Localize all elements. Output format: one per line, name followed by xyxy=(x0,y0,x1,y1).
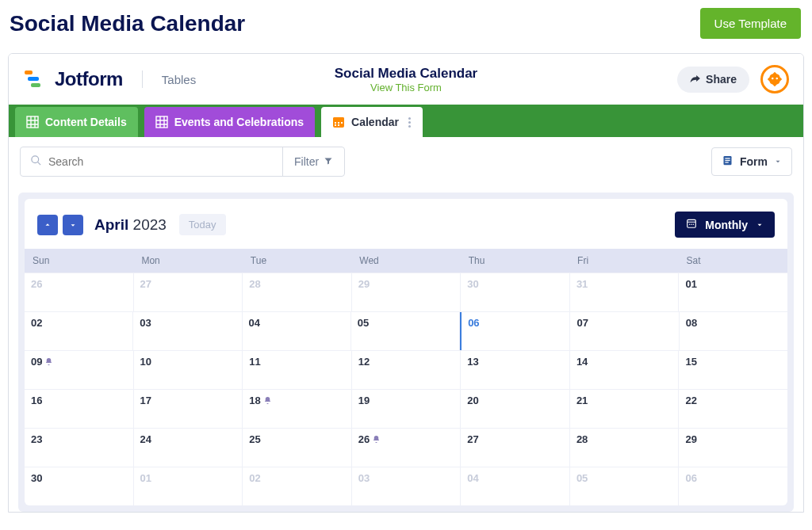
calendar-header: April 2023 Today Monthly xyxy=(25,199,787,249)
toolbar: Filter Form xyxy=(9,137,803,186)
calendar-day-cell[interactable]: 04 xyxy=(243,312,351,350)
calendar-day-cell[interactable]: 16 xyxy=(25,390,134,428)
svg-rect-16 xyxy=(333,117,344,120)
calendar-day-cell[interactable]: 19 xyxy=(352,390,462,428)
calendar-day-cell[interactable]: 23 xyxy=(25,429,134,467)
calendar-day-cell[interactable]: 11 xyxy=(243,351,352,389)
calendar-day-cell[interactable]: 29 xyxy=(352,273,462,311)
calendar-day-cell[interactable]: 14 xyxy=(570,351,680,389)
calendar-day-cell[interactable]: 21 xyxy=(570,390,680,428)
svg-rect-25 xyxy=(725,158,730,158)
day-number: 03 xyxy=(358,472,370,484)
calendar-day-cell[interactable]: 02 xyxy=(25,312,133,350)
calendar-day-cell[interactable]: 30 xyxy=(461,273,570,311)
day-header: Tue xyxy=(243,249,351,273)
calendar-week-row: 30010203040506 xyxy=(25,467,787,505)
calendar-week-row: 26272829303101 xyxy=(25,273,787,311)
form-title: Social Media Calendar xyxy=(335,66,477,82)
calendar-day-cell[interactable]: 13 xyxy=(461,351,570,389)
chevron-down-icon xyxy=(756,219,764,231)
day-number: 31 xyxy=(576,278,588,290)
bell-icon xyxy=(372,433,381,445)
tab-content-details[interactable]: Content Details xyxy=(15,107,138,137)
calendar-day-cell[interactable]: 06 xyxy=(460,312,570,350)
day-number: 29 xyxy=(685,433,696,445)
calendar-day-cell[interactable]: 27 xyxy=(461,429,570,467)
calendar-day-cell[interactable]: 04 xyxy=(461,467,570,505)
day-number: 26 xyxy=(31,278,42,290)
tab-label: Events and Celebrations xyxy=(174,116,304,128)
prev-month-button[interactable] xyxy=(37,215,58,235)
tab-calendar[interactable]: Calendar xyxy=(321,107,423,137)
calendar-day-cell[interactable]: 03 xyxy=(133,312,242,350)
calendar-day-cell[interactable]: 09 xyxy=(25,351,134,389)
tab-label: Calendar xyxy=(351,116,399,128)
calendar-day-cell[interactable]: 07 xyxy=(570,312,679,350)
calendar-day-cell[interactable]: 20 xyxy=(461,390,570,428)
tabs-row: Content Details Events and Celebrations … xyxy=(9,105,803,137)
day-number: 21 xyxy=(576,395,588,406)
calendar-day-cell[interactable]: 31 xyxy=(570,273,680,311)
day-number: 04 xyxy=(249,317,260,329)
day-header: Thu xyxy=(461,249,569,273)
calendar-day-cell[interactable]: 06 xyxy=(679,467,787,505)
calendar-day-cell[interactable]: 24 xyxy=(134,429,243,467)
calendar-day-cell[interactable]: 26 xyxy=(352,429,462,467)
calendar-week-row: 16171819202122 xyxy=(25,389,787,428)
calendar-view-icon xyxy=(686,218,697,231)
calendar-day-cell[interactable]: 03 xyxy=(352,467,462,505)
svg-rect-28 xyxy=(688,219,696,227)
avatar[interactable] xyxy=(760,65,789,93)
calendar-day-cell[interactable]: 05 xyxy=(570,467,680,505)
avatar-icon xyxy=(766,71,783,88)
day-number: 07 xyxy=(576,317,588,329)
day-number: 17 xyxy=(140,395,151,406)
form-icon xyxy=(722,154,733,169)
calendar-day-cell[interactable]: 12 xyxy=(352,351,462,389)
calendar-day-cell[interactable]: 01 xyxy=(679,273,787,311)
view-form-link[interactable]: View This Form xyxy=(335,82,477,93)
day-number: 30 xyxy=(31,472,42,484)
day-number: 27 xyxy=(140,278,151,290)
svg-rect-21 xyxy=(338,124,339,126)
day-number: 23 xyxy=(31,433,42,445)
calendar-day-cell[interactable]: 29 xyxy=(679,429,787,467)
share-button[interactable]: Share xyxy=(677,67,749,93)
day-number: 27 xyxy=(467,433,478,445)
calendar-day-cell[interactable]: 02 xyxy=(243,467,352,505)
form-dropdown[interactable]: Form xyxy=(711,147,792,176)
svg-point-3 xyxy=(772,78,774,80)
calendar-day-cell[interactable]: 28 xyxy=(570,429,680,467)
calendar-day-cell[interactable]: 17 xyxy=(134,390,243,428)
calendar-day-cell[interactable]: 15 xyxy=(679,351,787,389)
calendar-day-cell[interactable]: 26 xyxy=(25,273,134,311)
filter-button[interactable]: Filter xyxy=(282,147,344,176)
next-month-button[interactable] xyxy=(63,215,83,235)
day-number: 11 xyxy=(249,356,260,368)
calendar-day-cell[interactable]: 08 xyxy=(680,312,787,350)
day-number: 18 xyxy=(249,395,260,406)
day-number: 12 xyxy=(358,356,370,368)
calendar-day-cell[interactable]: 10 xyxy=(134,351,243,389)
day-number: 19 xyxy=(358,395,370,406)
tab-menu-icon[interactable] xyxy=(408,117,412,128)
calendar-day-cell[interactable]: 27 xyxy=(134,273,243,311)
search-input-wrap xyxy=(21,147,282,176)
search-input[interactable] xyxy=(48,155,273,168)
view-dropdown[interactable]: Monthly xyxy=(675,212,775,238)
calendar-day-cell[interactable]: 05 xyxy=(351,312,460,350)
calendar-day-cell[interactable]: 01 xyxy=(134,467,243,505)
calendar-day-cell[interactable]: 18 xyxy=(243,390,352,428)
today-button[interactable]: Today xyxy=(179,214,226,235)
svg-rect-26 xyxy=(725,160,730,161)
day-number: 13 xyxy=(467,356,478,368)
use-template-button[interactable]: Use Template xyxy=(700,8,801,39)
tab-events-celebrations[interactable]: Events and Celebrations xyxy=(144,107,315,137)
calendar-day-cell[interactable]: 22 xyxy=(679,390,787,428)
calendar-day-cell[interactable]: 25 xyxy=(243,429,352,467)
calendar-day-cell[interactable]: 30 xyxy=(25,467,134,505)
day-number: 15 xyxy=(685,356,696,368)
calendar-day-cell[interactable]: 28 xyxy=(243,273,352,311)
svg-rect-5 xyxy=(27,116,38,128)
app-card: Jotform Tables Social Media Calendar Vie… xyxy=(8,53,804,513)
